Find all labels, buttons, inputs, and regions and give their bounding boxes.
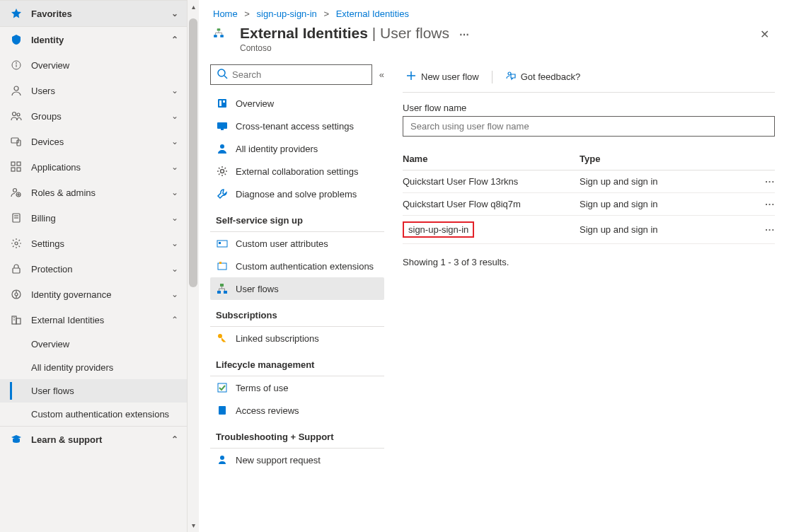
sidebar-item-devices[interactable]: Devices ⌄ <box>0 129 187 154</box>
nav-label: Access reviews <box>236 405 299 416</box>
sidebar-item-groups[interactable]: Groups ⌄ <box>0 103 187 129</box>
row-actions-icon[interactable]: ··· <box>747 199 775 209</box>
nav-label: User flows <box>236 284 279 294</box>
nav-section-subs: Subscriptions <box>210 300 384 325</box>
nav-custom-attributes[interactable]: Custom user attributes <box>210 232 384 255</box>
sidebar-item-users[interactable]: Users ⌄ <box>0 78 187 103</box>
sidebar-item-label: Billing <box>31 213 171 224</box>
table-row[interactable]: sign-up-sign-in Sign up and sign in ··· <box>403 216 775 244</box>
nav-collab-settings[interactable]: External collaboration settings <box>210 160 384 183</box>
button-label: New user flow <box>421 71 479 82</box>
content-pane: New user flow Got feedback? User flow na… <box>388 62 789 532</box>
nav-linked-subs[interactable]: Linked subscriptions <box>210 327 384 349</box>
svg-rect-29 <box>220 35 224 37</box>
scroll-down-icon[interactable]: ▾ <box>188 521 199 529</box>
sidebar-scrollbar[interactable]: ▴ ▾ <box>188 0 199 532</box>
table-row[interactable]: Quickstart User Flow 13rkns Sign up and … <box>403 170 775 193</box>
svg-point-38 <box>221 170 224 173</box>
sidebar-favorites[interactable]: Favorites ⌄ <box>0 0 187 26</box>
user-flow-search-input[interactable] <box>403 116 775 137</box>
breadcrumb-item[interactable]: sign-up-sign-in <box>257 8 317 19</box>
table-row[interactable]: Quickstart User Flow q8iq7m Sign up and … <box>403 193 775 216</box>
add-icon <box>405 70 417 83</box>
sidebar-item-label: Roles & admins <box>31 187 171 198</box>
field-label: User flow name <box>403 103 775 113</box>
nav-terms-of-use[interactable]: Terms of use <box>210 376 384 399</box>
sidebar-item-label: Applications <box>31 162 171 173</box>
identity-icon <box>10 33 23 46</box>
nav-overview[interactable]: Overview <box>210 92 384 115</box>
svg-rect-47 <box>218 383 226 392</box>
chevron-down-icon: ⌄ <box>171 8 178 18</box>
scroll-up-icon[interactable]: ▴ <box>188 3 199 11</box>
breadcrumb-item[interactable]: Home <box>213 8 238 19</box>
search-input[interactable] <box>232 69 366 80</box>
scrollbar-thumb[interactable] <box>189 18 197 287</box>
card-icon <box>216 237 229 250</box>
extension-icon <box>216 260 229 272</box>
sidebar-item-label: All identity providers <box>31 362 178 373</box>
sidebar-subitem-providers[interactable]: All identity providers <box>0 356 187 379</box>
nav-label: Custom authentication extensions <box>236 261 374 272</box>
sidebar-item-label: Devices <box>31 137 171 147</box>
sidebar-item-governance[interactable]: Identity governance ⌄ <box>0 282 187 307</box>
check-doc-icon <box>216 381 229 394</box>
svg-line-31 <box>224 76 227 79</box>
nav-access-reviews[interactable]: Access reviews <box>210 399 384 422</box>
new-user-flow-button[interactable]: New user flow <box>403 69 482 85</box>
user-flows-icon <box>216 282 229 295</box>
sidebar-item-roles[interactable]: Roles & admins ⌄ <box>0 180 187 205</box>
gear-icon <box>216 165 229 178</box>
sidebar-item-billing[interactable]: Billing ⌄ <box>0 205 187 231</box>
page-title: External Identities | User flows ⋯ <box>240 25 754 42</box>
nav-support-request[interactable]: New support request <box>210 449 384 471</box>
title-light: User flows <box>380 25 449 41</box>
person-icon <box>10 84 23 97</box>
sidebar-item-settings[interactable]: Settings ⌄ <box>0 231 187 256</box>
column-header-name[interactable]: Name <box>403 154 580 164</box>
nav-diagnose[interactable]: Diagnose and solve problems <box>210 183 384 205</box>
sidebar-subitem-overview[interactable]: Overview <box>0 332 187 356</box>
sidebar-item-label: Users <box>31 86 171 96</box>
row-type: Sign up and sign in <box>580 176 747 187</box>
sidebar-learn[interactable]: Learn & support ⌃ <box>0 426 187 452</box>
breadcrumb-item[interactable]: External Identities <box>336 8 409 19</box>
svg-rect-28 <box>214 35 217 37</box>
nav-user-flows[interactable]: User flows <box>210 277 384 300</box>
row-actions-icon[interactable]: ··· <box>747 176 775 187</box>
sidebar-item-applications[interactable]: Applications ⌄ <box>0 154 187 180</box>
sidebar-identity[interactable]: Identity ⌃ <box>0 26 187 52</box>
book-icon <box>216 404 229 417</box>
nav-label: Linked subscriptions <box>236 333 319 344</box>
sidebar-subitem-user-flows[interactable]: User flows <box>0 379 187 403</box>
nav-cross-tenant[interactable]: Cross-tenant access settings <box>210 115 384 137</box>
sidebar-item-overview[interactable]: Overview <box>0 52 187 78</box>
more-icon[interactable]: ⋯ <box>459 29 469 40</box>
screen-icon <box>216 120 229 132</box>
table-header: Name Type <box>403 148 775 170</box>
sidebar-item-label: User flows <box>31 386 178 396</box>
sidebar-item-protection[interactable]: Protection ⌄ <box>0 256 187 282</box>
row-name: Quickstart User Flow 13rkns <box>403 176 580 187</box>
sidebar-item-external-identities[interactable]: External Identities ⌃ <box>0 307 187 332</box>
close-button[interactable]: ✕ <box>754 25 775 44</box>
search-box[interactable] <box>210 64 372 85</box>
nav-custom-auth-ext[interactable]: Custom authentication extensions <box>210 255 384 277</box>
lock-icon <box>10 262 23 275</box>
column-header-type[interactable]: Type <box>580 154 747 164</box>
svg-rect-43 <box>220 284 224 287</box>
sidebar-favorites-label: Favorites <box>31 8 171 19</box>
feedback-button[interactable]: Got feedback? <box>502 69 584 85</box>
title-strong: External Identities <box>240 25 368 41</box>
sidebar-subitem-auth-ext[interactable]: Custom authentication extensions <box>0 403 187 426</box>
nav-all-providers[interactable]: All identity providers <box>210 137 384 160</box>
row-actions-icon[interactable]: ··· <box>747 224 775 235</box>
collapse-menu-icon[interactable]: « <box>379 69 384 80</box>
sidebar-item-label: Overview <box>31 60 178 71</box>
svg-point-3 <box>14 86 18 91</box>
admin-icon <box>10 186 23 199</box>
row-name: Quickstart User Flow q8iq7m <box>403 199 580 209</box>
chevron-down-icon: ⌄ <box>171 213 178 223</box>
sidebar-learn-label: Learn & support <box>31 434 171 445</box>
nav-label: Overview <box>236 98 274 109</box>
